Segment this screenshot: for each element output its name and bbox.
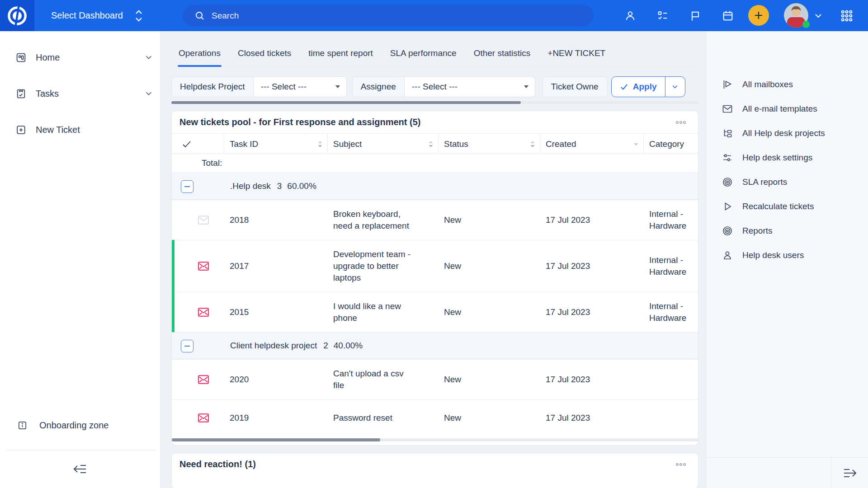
home-dashboard-icon xyxy=(15,52,27,63)
unread-mail-icon xyxy=(197,306,210,319)
panel-item-all-mailboxes[interactable]: All mailboxes xyxy=(706,72,868,97)
main-content: Operations Closed tickets time spent rep… xyxy=(160,31,706,488)
panel-item-help-desk-users[interactable]: Help desk users xyxy=(706,243,868,267)
dashboard-tabs: Operations Closed tickets time spent rep… xyxy=(171,31,698,67)
onboarding-label: Onboarding zone xyxy=(39,420,108,431)
sidebar-item-new-ticket[interactable]: New Ticket xyxy=(0,112,160,148)
group-percent: 40.00% xyxy=(334,341,363,351)
panel-item-recalculate-tickets[interactable]: Recalculate tickets xyxy=(706,194,868,219)
tasks-button[interactable] xyxy=(656,0,669,31)
play-icon xyxy=(722,201,733,212)
sliders-icon xyxy=(722,152,733,163)
column-header-category[interactable]: Category xyxy=(644,134,698,154)
create-new-button[interactable] xyxy=(748,5,769,26)
apply-split-button: Apply xyxy=(611,76,685,97)
column-header-created[interactable]: Created xyxy=(540,134,644,154)
ticket-row[interactable]: 2017 Development team - upgrade to bette… xyxy=(172,240,698,292)
column-label: Subject xyxy=(333,139,362,149)
apply-button[interactable]: Apply xyxy=(612,77,665,97)
calendar-button[interactable] xyxy=(722,0,734,31)
column-label: Created xyxy=(546,139,576,149)
group-row-help-desk: .Help desk 3 60.00% xyxy=(172,173,698,200)
panel-item-reports[interactable]: Reports xyxy=(706,219,868,243)
column-header-status[interactable]: Status xyxy=(439,134,540,154)
tab-other-statistics[interactable]: Other statistics xyxy=(474,48,531,58)
panel-item-all-help-desk-projects[interactable]: All Help desk projects xyxy=(706,121,868,145)
mailbox-flag-icon xyxy=(722,79,733,90)
sidebar-item-onboarding-zone[interactable]: Onboarding zone xyxy=(0,412,160,439)
select-all-header[interactable] xyxy=(172,134,224,154)
chevron-down-icon xyxy=(145,89,153,98)
caret-down-icon xyxy=(524,85,528,88)
sidebar-item-tasks[interactable]: Tasks xyxy=(0,75,160,112)
card-menu-dots[interactable] xyxy=(675,121,686,124)
created-cell: 17 Jul 2023 xyxy=(540,298,644,326)
sidebar-item-home[interactable]: Home xyxy=(0,39,160,75)
checklist-icon xyxy=(656,9,669,22)
apply-options-button[interactable] xyxy=(665,77,685,97)
new-tickets-pool-card: New tickets pool - for First response an… xyxy=(171,111,698,446)
tab-sla-performance[interactable]: SLA performance xyxy=(390,48,457,58)
assignee-select[interactable]: --- Select --- xyxy=(405,77,535,97)
tab-operations[interactable]: Operations xyxy=(179,48,221,58)
ticket-owner-filter: Ticket Owne xyxy=(542,76,608,97)
envelope-icon xyxy=(722,103,733,114)
tab-closed-tickets[interactable]: Closed tickets xyxy=(238,48,291,58)
tab-time-spent-report[interactable]: time spent report xyxy=(308,48,373,58)
group-count: 2 xyxy=(323,341,328,351)
check-icon xyxy=(620,83,628,91)
ticket-row[interactable]: 2020 Can't upload a csv file New 17 Jul … xyxy=(172,359,698,399)
column-header-subject[interactable]: Subject xyxy=(328,134,439,154)
filter-bar: Helpdesk Project --- Select --- Assignee… xyxy=(171,76,698,97)
table-header-row: Task ID Subject Status xyxy=(172,133,698,154)
category-cell xyxy=(644,404,698,432)
ticket-row[interactable]: 2015 I would like a new phone New 17 Jul… xyxy=(172,292,698,332)
search-input[interactable] xyxy=(212,11,528,21)
sort-icon xyxy=(428,141,434,148)
panel-item-label: All e-mail templates xyxy=(742,104,817,114)
card-menu-dots[interactable] xyxy=(675,463,686,466)
contacts-button[interactable] xyxy=(624,0,637,31)
ticket-row[interactable]: 2019 Password reset New 17 Jul 2023 xyxy=(172,399,698,436)
top-bar: Select Dashboard xyxy=(0,0,868,31)
filter-label: Helpdesk Project xyxy=(172,77,254,97)
helpdesk-project-select[interactable]: --- Select --- xyxy=(254,77,346,97)
dashboard-selector-label: Select Dashboard xyxy=(51,10,123,21)
group-percent: 60.00% xyxy=(287,181,316,191)
chevron-down-icon xyxy=(671,83,679,90)
panel-item-help-desk-settings[interactable]: Help desk settings xyxy=(706,145,868,170)
column-header-task-id[interactable]: Task ID xyxy=(224,134,328,154)
panel-item-all-email-templates[interactable]: All e-mail templates xyxy=(706,97,868,121)
hierarchy-icon xyxy=(722,128,733,139)
task-id-cell: 2019 xyxy=(224,404,328,432)
search-icon xyxy=(194,10,205,21)
person-icon xyxy=(722,250,733,261)
select-value: --- Select --- xyxy=(412,82,458,92)
category-cell xyxy=(644,366,698,394)
collapse-group-button[interactable] xyxy=(181,180,193,193)
horizontal-scrollbar[interactable] xyxy=(171,101,698,104)
avatar-menu-chevron[interactable] xyxy=(814,0,823,31)
sort-icon xyxy=(530,141,535,148)
column-label: Status xyxy=(444,139,468,149)
collapse-group-button[interactable] xyxy=(181,340,193,352)
panel-item-sla-reports[interactable]: SLA reports xyxy=(706,170,868,194)
category-cell: Internal - Hardware xyxy=(644,292,698,332)
sidebar-item-label: Home xyxy=(36,52,60,63)
total-label: Total: xyxy=(202,158,222,168)
expand-panel-button[interactable] xyxy=(831,458,868,488)
ticket-row[interactable]: 2018 Broken keyboard, need a replacement… xyxy=(172,200,698,240)
subject-cell: Broken keyboard, need a replacement xyxy=(328,200,439,240)
apps-grid-button[interactable] xyxy=(840,0,854,31)
flagged-button[interactable] xyxy=(689,0,702,31)
group-count: 3 xyxy=(277,181,282,191)
collapse-sidebar-button[interactable] xyxy=(0,450,160,488)
tab-new-ticket[interactable]: +NEW TICKET xyxy=(547,48,605,58)
card-title: Need reaction! (1) xyxy=(179,459,256,469)
dashboard-selector[interactable]: Select Dashboard xyxy=(51,0,144,31)
subject-cell: Development team - upgrade to better lap… xyxy=(328,240,439,292)
table-horizontal-scrollbar[interactable] xyxy=(172,438,698,441)
app-logo[interactable] xyxy=(0,0,34,31)
logo-icon xyxy=(7,5,28,26)
user-avatar[interactable] xyxy=(784,3,808,28)
